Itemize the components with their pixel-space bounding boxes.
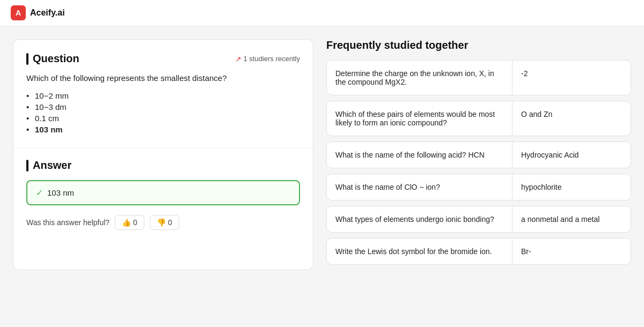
qa-card: What types of elements undergo ionic bon… [326, 206, 631, 233]
helpful-label: Was this answer helpful? [26, 218, 109, 227]
frequently-studied-panel: Frequently studied together Determine th… [326, 39, 631, 270]
thumbs-down-button[interactable]: 👎 0 [150, 215, 179, 230]
qa-card: Determine the charge on the unknown ion,… [326, 60, 631, 95]
cards-container: Determine the charge on the unknown ion,… [326, 60, 631, 265]
qa-answer-text: Br- [513, 239, 631, 264]
helpful-row: Was this answer helpful? 👍 0 👎 0 [26, 215, 300, 230]
qa-question-text: Which of these pairs of elements would b… [327, 101, 513, 136]
qa-question-text: What types of elements undergo ionic bon… [327, 206, 513, 232]
answer-option: 10−3 dm [26, 101, 300, 113]
check-icon: ✓ [36, 188, 43, 198]
qa-question-text: Write the Lewis dot symbol for the bromi… [327, 239, 513, 264]
thumbs-down-icon: 👎 [157, 218, 166, 227]
qa-card: What is the name of ClO − ion?hypochlori… [326, 174, 631, 200]
answer-option: 0.1 cm [26, 113, 300, 124]
section-divider [13, 148, 313, 148]
trend-icon: ↗ [235, 55, 241, 63]
answer-options-list: 10−2 mm10−3 dm0.1 cm103 nm [26, 90, 300, 135]
qa-answer-text: O and Zn [513, 101, 631, 136]
qa-question-text: What is the name of the following acid? … [327, 142, 513, 168]
app-logo: A [11, 5, 26, 20]
answer-section-header: Answer [26, 159, 300, 172]
qa-card: Write the Lewis dot symbol for the bromi… [326, 238, 631, 265]
qa-card: Which of these pairs of elements would b… [326, 101, 631, 136]
answer-value: 103 nm [47, 188, 74, 197]
thumbs-down-count: 0 [168, 218, 172, 227]
thumbs-up-count: 0 [133, 218, 137, 227]
qa-answer-text: -2 [513, 61, 631, 95]
main-content: Question ↗ 1 studiers recently Which of … [0, 26, 644, 283]
answer-box: ✓ 103 nm [26, 180, 300, 205]
answer-option: 10−2 mm [26, 90, 300, 101]
qa-card: What is the name of the following acid? … [326, 142, 631, 168]
qa-answer-text: hypochlorite [513, 174, 631, 200]
studiers-text: 1 studiers recently [244, 55, 301, 63]
question-section-title: Question [33, 53, 79, 65]
answer-option: 103 nm [26, 124, 300, 135]
section-bar [26, 53, 28, 65]
qa-answer-text: Hydrocyanic Acid [513, 142, 631, 168]
app-title: Aceify.ai [30, 8, 65, 18]
question-section-header: Question ↗ 1 studiers recently [26, 53, 300, 65]
qa-question-text: Determine the charge on the unknown ion,… [327, 61, 513, 95]
studiers-badge: ↗ 1 studiers recently [235, 55, 301, 63]
question-text: Which of the following represents the sm… [26, 73, 300, 83]
frequently-studied-title: Frequently studied together [326, 39, 631, 51]
answer-section-title: Answer [33, 159, 71, 172]
qa-answer-text: a nonmetal and a metal [513, 206, 631, 232]
question-panel: Question ↗ 1 studiers recently Which of … [13, 39, 313, 270]
thumbs-up-icon: 👍 [122, 218, 131, 227]
answer-section-bar [26, 160, 28, 172]
thumbs-up-button[interactable]: 👍 0 [115, 215, 144, 230]
app-header: A Aceify.ai [0, 0, 644, 26]
qa-question-text: What is the name of ClO − ion? [327, 174, 513, 200]
